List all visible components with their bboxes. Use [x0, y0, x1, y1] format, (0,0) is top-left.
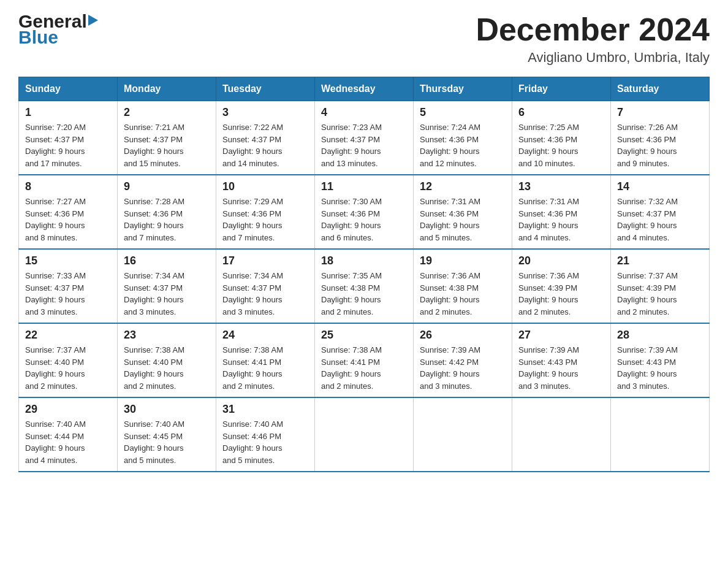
calendar-week-row: 29Sunrise: 7:40 AMSunset: 4:44 PMDayligh…	[19, 397, 710, 472]
calendar-cell: 26Sunrise: 7:39 AMSunset: 4:42 PMDayligh…	[414, 323, 512, 397]
day-number: 15	[25, 255, 111, 267]
day-info: Sunrise: 7:33 AMSunset: 4:37 PMDaylight:…	[25, 270, 111, 318]
calendar-cell: 27Sunrise: 7:39 AMSunset: 4:43 PMDayligh…	[512, 323, 611, 397]
day-info: Sunrise: 7:39 AMSunset: 4:43 PMDaylight:…	[518, 344, 604, 392]
calendar-cell: 8Sunrise: 7:27 AMSunset: 4:36 PMDaylight…	[19, 175, 118, 249]
calendar-cell: 21Sunrise: 7:37 AMSunset: 4:39 PMDayligh…	[611, 249, 710, 323]
day-info: Sunrise: 7:39 AMSunset: 4:42 PMDaylight:…	[420, 344, 506, 392]
calendar-cell: 6Sunrise: 7:25 AMSunset: 4:36 PMDaylight…	[512, 101, 611, 175]
day-info: Sunrise: 7:21 AMSunset: 4:37 PMDaylight:…	[124, 121, 210, 169]
day-number: 6	[518, 106, 604, 119]
month-title: December 2024	[476, 12, 710, 47]
location-title: Avigliano Umbro, Umbria, Italy	[476, 50, 710, 66]
day-info: Sunrise: 7:40 AMSunset: 4:44 PMDaylight:…	[25, 418, 111, 466]
day-number: 4	[321, 106, 407, 119]
logo-arrow-icon	[88, 15, 98, 26]
calendar-cell: 24Sunrise: 7:38 AMSunset: 4:41 PMDayligh…	[216, 323, 315, 397]
day-number: 23	[124, 329, 210, 342]
calendar-table: SundayMondayTuesdayWednesdayThursdayFrid…	[18, 77, 710, 472]
calendar-cell	[512, 397, 611, 472]
day-info: Sunrise: 7:39 AMSunset: 4:43 PMDaylight:…	[617, 344, 703, 392]
day-number: 12	[420, 180, 506, 193]
day-info: Sunrise: 7:38 AMSunset: 4:40 PMDaylight:…	[124, 344, 210, 392]
calendar-cell: 25Sunrise: 7:38 AMSunset: 4:41 PMDayligh…	[315, 323, 414, 397]
page-header: General Blue December 2024 Avigliano Umb…	[18, 12, 710, 66]
calendar-cell: 1Sunrise: 7:20 AMSunset: 4:37 PMDaylight…	[19, 101, 118, 175]
calendar-week-row: 1Sunrise: 7:20 AMSunset: 4:37 PMDaylight…	[19, 101, 710, 175]
day-info: Sunrise: 7:31 AMSunset: 4:36 PMDaylight:…	[420, 196, 506, 243]
day-number: 2	[124, 106, 210, 119]
header-wednesday: Wednesday	[315, 77, 414, 101]
calendar-cell: 22Sunrise: 7:37 AMSunset: 4:40 PMDayligh…	[19, 323, 118, 397]
calendar-cell: 15Sunrise: 7:33 AMSunset: 4:37 PMDayligh…	[19, 249, 118, 323]
day-number: 14	[617, 180, 703, 193]
day-info: Sunrise: 7:31 AMSunset: 4:36 PMDaylight:…	[518, 196, 604, 243]
day-info: Sunrise: 7:35 AMSunset: 4:38 PMDaylight:…	[321, 270, 407, 318]
day-info: Sunrise: 7:32 AMSunset: 4:37 PMDaylight:…	[617, 196, 703, 243]
calendar-cell	[414, 397, 512, 472]
calendar-week-row: 8Sunrise: 7:27 AMSunset: 4:36 PMDaylight…	[19, 175, 710, 249]
day-info: Sunrise: 7:26 AMSunset: 4:36 PMDaylight:…	[617, 121, 703, 169]
header-sunday: Sunday	[19, 77, 118, 101]
calendar-cell: 2Sunrise: 7:21 AMSunset: 4:37 PMDaylight…	[118, 101, 216, 175]
day-info: Sunrise: 7:30 AMSunset: 4:36 PMDaylight:…	[321, 196, 407, 243]
calendar-header-row: SundayMondayTuesdayWednesdayThursdayFrid…	[19, 77, 710, 101]
header-friday: Friday	[512, 77, 611, 101]
day-info: Sunrise: 7:36 AMSunset: 4:39 PMDaylight:…	[518, 270, 604, 318]
day-info: Sunrise: 7:36 AMSunset: 4:38 PMDaylight:…	[420, 270, 506, 318]
calendar-cell: 11Sunrise: 7:30 AMSunset: 4:36 PMDayligh…	[315, 175, 414, 249]
calendar-cell: 14Sunrise: 7:32 AMSunset: 4:37 PMDayligh…	[611, 175, 710, 249]
day-number: 21	[617, 255, 703, 267]
day-number: 19	[420, 255, 506, 267]
day-info: Sunrise: 7:20 AMSunset: 4:37 PMDaylight:…	[25, 121, 111, 169]
calendar-cell: 29Sunrise: 7:40 AMSunset: 4:44 PMDayligh…	[19, 397, 118, 472]
day-number: 16	[124, 255, 210, 267]
day-number: 29	[25, 403, 111, 416]
calendar-cell: 3Sunrise: 7:22 AMSunset: 4:37 PMDaylight…	[216, 101, 315, 175]
calendar-cell: 31Sunrise: 7:40 AMSunset: 4:46 PMDayligh…	[216, 397, 315, 472]
header-monday: Monday	[118, 77, 216, 101]
logo: General Blue	[18, 12, 98, 47]
calendar-cell: 10Sunrise: 7:29 AMSunset: 4:36 PMDayligh…	[216, 175, 315, 249]
calendar-cell: 5Sunrise: 7:24 AMSunset: 4:36 PMDaylight…	[414, 101, 512, 175]
calendar-cell: 18Sunrise: 7:35 AMSunset: 4:38 PMDayligh…	[315, 249, 414, 323]
day-info: Sunrise: 7:34 AMSunset: 4:37 PMDaylight:…	[222, 270, 308, 318]
header-saturday: Saturday	[611, 77, 710, 101]
day-info: Sunrise: 7:22 AMSunset: 4:37 PMDaylight:…	[222, 121, 308, 169]
day-number: 18	[321, 255, 407, 267]
day-number: 11	[321, 180, 407, 193]
calendar-cell: 28Sunrise: 7:39 AMSunset: 4:43 PMDayligh…	[611, 323, 710, 397]
day-number: 7	[617, 106, 703, 119]
day-number: 25	[321, 329, 407, 342]
calendar-week-row: 15Sunrise: 7:33 AMSunset: 4:37 PMDayligh…	[19, 249, 710, 323]
day-number: 22	[25, 329, 111, 342]
day-info: Sunrise: 7:29 AMSunset: 4:36 PMDaylight:…	[222, 196, 308, 243]
calendar-cell	[611, 397, 710, 472]
day-info: Sunrise: 7:24 AMSunset: 4:36 PMDaylight:…	[420, 121, 506, 169]
day-info: Sunrise: 7:25 AMSunset: 4:36 PMDaylight:…	[518, 121, 604, 169]
calendar-cell: 4Sunrise: 7:23 AMSunset: 4:37 PMDaylight…	[315, 101, 414, 175]
calendar-cell: 12Sunrise: 7:31 AMSunset: 4:36 PMDayligh…	[414, 175, 512, 249]
calendar-cell: 20Sunrise: 7:36 AMSunset: 4:39 PMDayligh…	[512, 249, 611, 323]
day-info: Sunrise: 7:37 AMSunset: 4:40 PMDaylight:…	[25, 344, 111, 392]
calendar-cell	[315, 397, 414, 472]
day-number: 3	[222, 106, 308, 119]
day-info: Sunrise: 7:28 AMSunset: 4:36 PMDaylight:…	[124, 196, 210, 243]
calendar-cell: 7Sunrise: 7:26 AMSunset: 4:36 PMDaylight…	[611, 101, 710, 175]
calendar-cell: 23Sunrise: 7:38 AMSunset: 4:40 PMDayligh…	[118, 323, 216, 397]
day-info: Sunrise: 7:40 AMSunset: 4:46 PMDaylight:…	[222, 418, 308, 466]
calendar-week-row: 22Sunrise: 7:37 AMSunset: 4:40 PMDayligh…	[19, 323, 710, 397]
header-tuesday: Tuesday	[216, 77, 315, 101]
calendar-cell: 9Sunrise: 7:28 AMSunset: 4:36 PMDaylight…	[118, 175, 216, 249]
day-number: 9	[124, 180, 210, 193]
day-number: 1	[25, 106, 111, 119]
day-info: Sunrise: 7:27 AMSunset: 4:36 PMDaylight:…	[25, 196, 111, 243]
day-info: Sunrise: 7:37 AMSunset: 4:39 PMDaylight:…	[617, 270, 703, 318]
day-info: Sunrise: 7:34 AMSunset: 4:37 PMDaylight:…	[124, 270, 210, 318]
calendar-cell: 17Sunrise: 7:34 AMSunset: 4:37 PMDayligh…	[216, 249, 315, 323]
day-number: 27	[518, 329, 604, 342]
calendar-cell: 16Sunrise: 7:34 AMSunset: 4:37 PMDayligh…	[118, 249, 216, 323]
day-number: 17	[222, 255, 308, 267]
day-info: Sunrise: 7:23 AMSunset: 4:37 PMDaylight:…	[321, 121, 407, 169]
day-number: 20	[518, 255, 604, 267]
